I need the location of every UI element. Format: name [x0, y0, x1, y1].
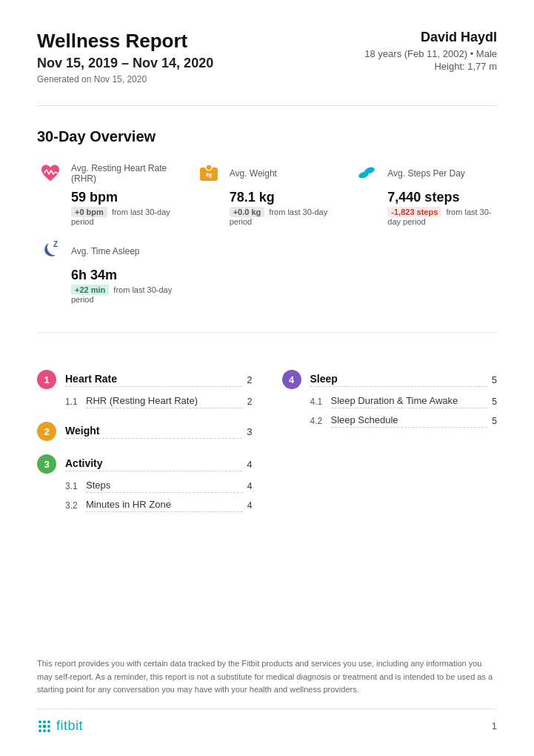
toc-item-activity: 3 Activity 4	[37, 454, 253, 474]
svg-point-10	[43, 724, 47, 728]
spacer	[37, 447, 253, 454]
toc-sub-hrzone: 3.2 Minutes in HR Zone 4	[65, 499, 253, 512]
user-name: David Haydl	[364, 30, 497, 45]
svg-point-1	[206, 165, 212, 170]
overview-weight-badge: +0.0 kg	[230, 207, 265, 217]
fitbit-logo: fitbit	[37, 718, 83, 734]
toc-sub-steps-number: 3.1	[65, 481, 86, 491]
overview-sleep: Z Avg. Time Asleep 6h 34m +22 min from l…	[37, 238, 181, 304]
overview-sleep-change: +22 min from last 30-day period	[71, 285, 181, 304]
toc-sub-sleep-duration-label: Sleep Duration & Time Awake	[331, 395, 488, 408]
header-right: David Haydl 18 years (Feb 11, 2002) • Ma…	[364, 30, 497, 72]
toc-sub-rhr-number: 1.1	[65, 397, 86, 407]
overview-rhr-badge: +0 bpm	[71, 207, 107, 217]
overview-steps-label: Avg. Steps Per Day	[387, 168, 465, 179]
user-height: Height: 1,77 m	[364, 61, 497, 72]
svg-point-6	[39, 720, 41, 723]
overview-weight: kg Avg. Weight 78.1 kg +0.0 kg from last…	[196, 160, 339, 226]
toc-sub-hrzone-page: 4	[247, 500, 253, 511]
overview-divider	[37, 332, 497, 333]
toc-weight-row: Weight 3	[65, 425, 253, 439]
overview-rhr-label: Avg. Resting Heart Rate (RHR)	[71, 163, 181, 184]
generated-date: Generated on Nov 15, 2020	[37, 74, 213, 84]
overview-steps-value: 7,440 steps	[387, 190, 497, 205]
svg-text:Z: Z	[53, 240, 58, 248]
toc-sub-steps: 3.1 Steps 4	[65, 480, 253, 493]
toc-sub-sleep-duration-number: 4.1	[310, 397, 331, 407]
overview-sleep-label: Avg. Time Asleep	[71, 246, 140, 256]
spacer	[37, 121, 497, 128]
overview-steps-badge: -1,823 steps	[387, 207, 441, 217]
overview-rhr-change: +0 bpm from last 30-day period	[71, 207, 181, 226]
toc-sub-sleep-schedule-number: 4.2	[310, 416, 331, 426]
toc-sub-hrzone-label: Minutes in HR Zone	[86, 499, 243, 512]
toc-sub-rhr: 1.1 RHR (Resting Heart Rate) 2	[65, 395, 253, 408]
toc-sub-sleep-schedule: 4.2 Sleep Schedule 5	[310, 414, 498, 428]
toc-badge-4: 4	[282, 370, 301, 389]
weight-icon: kg	[196, 160, 222, 187]
footer-disclaimer: This report provides you with certain da…	[37, 635, 497, 697]
toc-sub-sleep-duration: 4.1 Sleep Duration & Time Awake 5	[310, 395, 498, 408]
overview-weight-value: 78.1 kg	[230, 190, 339, 205]
header-left: Wellness Report Nov 15, 2019 – Nov 14, 2…	[37, 30, 213, 84]
toc-heart-rate-label: Heart Rate	[65, 373, 242, 387]
toc-badge-1: 1	[37, 370, 56, 389]
svg-point-11	[47, 725, 50, 728]
overview-sleep-header: Z Avg. Time Asleep	[37, 238, 181, 265]
toc-weight-page: 3	[247, 426, 252, 437]
toc-item-heart-rate: 1 Heart Rate 2	[37, 370, 253, 389]
toc-sub-rhr-label: RHR (Resting Heart Rate)	[86, 395, 243, 408]
toc-section: 1 Heart Rate 2 1.1 RHR (Resting Heart Ra…	[37, 370, 497, 518]
sleep-icon: Z	[37, 238, 64, 265]
toc-column-right: 4 Sleep 5 4.1 Sleep Duration & Time Awak…	[282, 370, 498, 518]
page-number: 1	[492, 720, 497, 732]
overview-weight-header: kg Avg. Weight	[196, 160, 339, 187]
svg-point-14	[47, 729, 50, 732]
report-title: Wellness Report	[37, 30, 213, 53]
overview-section-title: 30-Day Overview	[37, 128, 497, 145]
toc-heart-rate-page: 2	[247, 374, 252, 385]
header: Wellness Report Nov 15, 2019 – Nov 14, 2…	[37, 30, 497, 84]
overview-steps-header: Avg. Steps Per Day	[353, 160, 497, 187]
toc-sub-sleep-schedule-page: 5	[492, 416, 497, 426]
svg-point-12	[39, 729, 41, 732]
date-range: Nov 15, 2019 – Nov 14, 2020	[37, 56, 213, 71]
toc-activity-label: Activity	[65, 457, 242, 471]
svg-point-7	[43, 720, 46, 723]
toc-badge-2: 2	[37, 422, 56, 441]
svg-point-13	[43, 729, 46, 732]
toc-sub-hrzone-number: 3.2	[65, 500, 86, 511]
toc-sub-steps-label: Steps	[86, 480, 243, 493]
toc-sleep-page: 5	[492, 374, 497, 385]
disclaimer-text: This report provides you with certain da…	[37, 657, 497, 697]
overview-steps: Avg. Steps Per Day 7,440 steps -1,823 st…	[353, 160, 497, 226]
overview-weight-change: +0.0 kg from last 30-day period	[230, 207, 339, 226]
toc-sleep-label: Sleep	[310, 373, 487, 387]
toc-weight-label: Weight	[65, 425, 242, 439]
overview-rhr-header: Avg. Resting Heart Rate (RHR)	[37, 160, 181, 187]
overview-sleep-value: 6h 34m	[71, 268, 181, 283]
toc-item-weight: 2 Weight 3	[37, 422, 253, 441]
footer-bar: fitbit 1	[37, 709, 497, 734]
user-meta: 18 years (Feb 11, 2002) • Male	[364, 48, 497, 59]
fitbit-logo-icon	[37, 719, 52, 734]
toc-sub-steps-page: 4	[247, 481, 253, 491]
toc-badge-3: 3	[37, 454, 56, 474]
toc-sub-sleep-schedule-label: Sleep Schedule	[331, 414, 488, 428]
svg-text:kg: kg	[206, 172, 212, 178]
toc-sleep-row: Sleep 5	[310, 373, 498, 387]
svg-point-9	[39, 725, 41, 728]
overview-steps-change: -1,823 steps from last 30-day period	[387, 207, 497, 226]
overview-weight-label: Avg. Weight	[230, 168, 277, 179]
toc-activity-row: Activity 4	[65, 457, 253, 471]
toc-columns: 1 Heart Rate 2 1.1 RHR (Resting Heart Ra…	[37, 370, 497, 518]
page: Wellness Report Nov 15, 2019 – Nov 14, 2…	[0, 0, 534, 756]
steps-icon	[353, 160, 380, 187]
toc-activity-page: 4	[247, 459, 252, 470]
toc-item-sleep: 4 Sleep 5	[282, 370, 498, 389]
overview-sleep-badge: +22 min	[71, 285, 109, 295]
spacer	[37, 414, 253, 422]
fitbit-logo-text: fitbit	[56, 718, 83, 734]
overview-grid: Avg. Resting Heart Rate (RHR) 59 bpm +0 …	[37, 160, 497, 304]
toc-sub-rhr-page: 2	[247, 397, 253, 407]
